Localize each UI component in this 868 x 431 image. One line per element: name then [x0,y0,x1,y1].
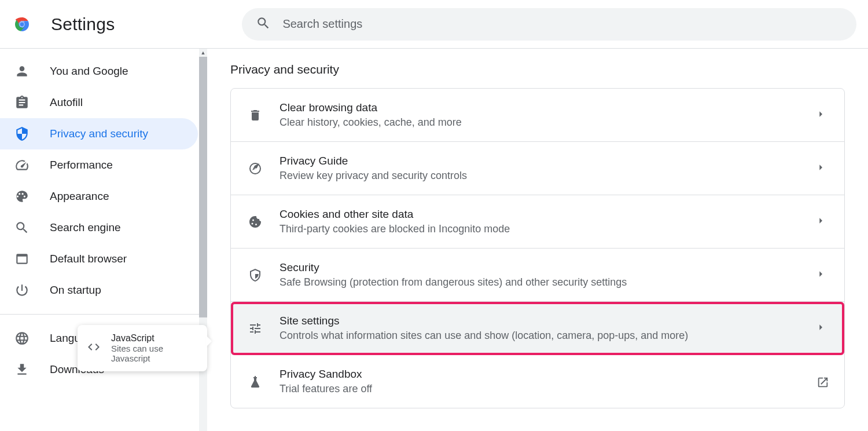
trash-icon [247,107,263,123]
tune-icon [247,320,263,337]
tooltip-subtitle: Sites can use Javascript [111,344,193,363]
row-title: Security [279,261,800,274]
open-in-new-icon [816,376,828,388]
power-icon [14,282,30,298]
row-title: Privacy Sandbox [279,368,800,381]
flask-icon [247,374,263,390]
sidebar-item-label: On startup [50,284,101,297]
sidebar-item-appearance[interactable]: Appearance [0,181,198,212]
sidebar-item-label: Search engine [50,221,121,234]
sidebar: You and Google Autofill Privacy and secu… [0,49,207,431]
tooltip-javascript: JavaScript Sites can use Javascript [78,325,207,371]
sidebar-item-privacy-security[interactable]: Privacy and security [0,118,198,149]
row-subtitle: Third-party cookies are blocked in Incog… [279,223,800,235]
scrollbar[interactable]: ▲ [199,49,207,431]
row-subtitle: Review key privacy and security controls [279,170,800,182]
chevron-right-icon [816,216,828,228]
cookie-icon [247,214,263,230]
code-icon [87,340,101,356]
clipboard-icon [14,94,30,111]
download-icon [14,361,30,378]
page-title: Settings [51,14,115,34]
compass-icon [247,160,263,177]
chevron-right-icon [816,163,828,174]
search-icon [14,220,30,236]
row-privacy-sandbox[interactable]: Privacy Sandbox Trial features are off [231,355,844,408]
row-subtitle: Controls what information sites can use … [279,330,800,342]
sidebar-item-label: Autofill [50,96,83,109]
globe-icon [14,330,30,346]
row-privacy-guide[interactable]: Privacy Guide Review key privacy and sec… [231,142,844,195]
chevron-right-icon [816,109,828,121]
sidebar-item-on-startup[interactable]: On startup [0,275,198,306]
row-title: Clear browsing data [279,101,800,114]
svg-point-3 [20,22,24,27]
chevron-right-icon [816,323,828,334]
sidebar-item-label: Default browser [50,253,127,265]
search-input[interactable] [282,17,843,31]
row-subtitle: Clear history, cookies, cache, and more [279,116,800,129]
row-title: Privacy Guide [279,155,800,167]
chrome-logo-icon [12,14,32,35]
row-subtitle: Safe Browsing (protection from dangerous… [279,276,800,288]
row-security[interactable]: Security Safe Browsing (protection from … [231,249,844,302]
row-title: Site settings [279,315,800,327]
sidebar-item-label: Performance [50,159,113,171]
shield-outline-icon [247,267,263,283]
sidebar-item-label: Privacy and security [50,127,148,140]
sidebar-separator [0,314,207,315]
sidebar-item-autofill[interactable]: Autofill [0,87,198,118]
scrollbar-up-icon[interactable]: ▲ [199,49,207,57]
row-clear-browsing-data[interactable]: Clear browsing data Clear history, cooki… [231,89,844,142]
speedometer-icon [14,157,30,173]
sidebar-item-default-browser[interactable]: Default browser [0,243,198,275]
section-title: Privacy and security [230,63,845,76]
app-header: Settings [0,0,868,49]
person-icon [14,63,30,79]
chevron-right-icon [816,269,828,281]
shield-icon [14,126,30,142]
sidebar-item-search-engine[interactable]: Search engine [0,212,198,243]
sidebar-item-you-and-google[interactable]: You and Google [0,56,198,87]
row-cookies[interactable]: Cookies and other site data Third-party … [231,195,844,249]
row-site-settings[interactable]: Site settings Controls what information … [231,302,844,355]
search-bar[interactable] [242,8,856,41]
search-icon [256,16,271,33]
sidebar-item-label: You and Google [50,65,128,78]
sidebar-item-performance[interactable]: Performance [0,149,198,181]
palette-icon [14,188,30,204]
row-subtitle: Trial features are off [279,383,800,395]
main-content: Privacy and security Clear browsing data… [207,49,868,431]
sidebar-item-label: Appearance [50,190,109,203]
scrollbar-thumb[interactable] [199,57,207,317]
browser-window-icon [14,251,30,267]
settings-card: Clear browsing data Clear history, cooki… [230,88,845,408]
row-title: Cookies and other site data [279,208,800,221]
tooltip-title: JavaScript [111,333,193,344]
